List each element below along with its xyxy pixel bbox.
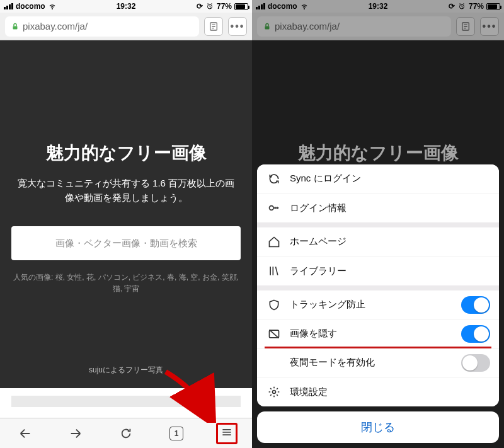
page-actions-button[interactable]: ••• (228, 17, 247, 36)
ios-status-bar: docomo 19:32 ⟳ 77% (0, 0, 252, 13)
sync-icon (267, 172, 281, 186)
forward-button[interactable] (63, 421, 88, 446)
carrier-label: docomo (16, 2, 45, 11)
toggle-night-mode[interactable] (461, 354, 490, 372)
content-strip (0, 388, 252, 407)
menu-library[interactable]: ライブラリー (257, 256, 499, 285)
tab-count: 1 (169, 427, 183, 440)
menu-label: Sync にログイン (290, 173, 361, 185)
home-icon (267, 235, 281, 249)
menu-tracking-protection[interactable]: トラッキング防止 (257, 290, 499, 319)
menu-label: 環境設定 (290, 386, 328, 398)
menu-label: 夜間モードを有効化 (290, 357, 375, 369)
bottom-toolbar: 1 (0, 418, 252, 448)
menu-login-info[interactable]: ログイン情報 (257, 193, 499, 222)
clock-label: 19:32 (117, 2, 136, 11)
svg-point-8 (273, 391, 276, 394)
menu-settings[interactable]: 環境設定 (257, 377, 499, 406)
no-image-icon (267, 327, 281, 341)
gear-icon (267, 385, 281, 399)
popular-tags: 人気の画像: 桜, 女性, 花, パソコン, ビジネス, 春, 海, 空, お金… (11, 272, 241, 294)
menu-label: 画像を隠す (290, 328, 337, 340)
page-subhead: 寛大なコミュニティが共有する 1.6 百万枚以上の画像や動画を発見しましょう。 (11, 176, 241, 205)
back-button[interactable] (13, 421, 38, 446)
menu-label: ホームページ (290, 236, 346, 248)
battery-icon (234, 3, 248, 10)
menu-night-mode[interactable]: 夜間モードを有効化 (257, 348, 499, 377)
toggle-hide-images[interactable] (461, 325, 490, 343)
moon-icon (267, 356, 281, 370)
svg-point-6 (270, 206, 274, 210)
close-label: 閉じる (361, 420, 395, 435)
annotation-highlight (216, 423, 238, 444)
alarm-icon (205, 3, 214, 10)
reload-icon (119, 427, 133, 440)
menu-label: ログイン情報 (290, 202, 346, 214)
reader-mode-button[interactable] (204, 17, 223, 36)
screenshot-right: docomo 19:32 ⟳ 77% pixabay.com/ja/ ••• (252, 0, 504, 448)
tabs-button[interactable]: 1 (164, 421, 189, 446)
menu-hide-images[interactable]: 画像を隠す (257, 319, 499, 348)
hamburger-icon (220, 426, 233, 439)
search-input[interactable]: 画像・ベクター画像・動画を検索 (11, 226, 241, 260)
close-button[interactable]: 閉じる (257, 411, 499, 443)
orientation-lock-icon: ⟳ (197, 2, 203, 11)
signal-icon (4, 3, 13, 9)
reader-icon (209, 21, 219, 32)
page-headline: 魅力的なフリー画像 (46, 141, 207, 165)
url-field[interactable]: pixabay.com/ja/ (5, 16, 199, 37)
reload-button[interactable] (113, 421, 139, 446)
screenshot-left: docomo 19:32 ⟳ 77% pixabay.com/ja/ ••• (0, 0, 252, 448)
menu-panel: Sync にログイン ログイン情報 ホームページ (257, 164, 499, 406)
url-bar: pixabay.com/ja/ ••• (0, 13, 252, 40)
arrow-right-icon (69, 427, 83, 440)
toggle-tracking[interactable] (461, 296, 490, 314)
menu-button[interactable] (214, 421, 239, 446)
menu-sheet: Sync にログイン ログイン情報 ホームページ (257, 164, 499, 443)
lock-icon (11, 22, 19, 31)
battery-pct: 77% (217, 2, 232, 11)
key-icon (267, 201, 281, 215)
library-icon (267, 264, 281, 278)
url-text: pixabay.com/ja/ (23, 21, 88, 32)
svg-rect-1 (13, 26, 18, 29)
page-content: 魅力的なフリー画像 寛大なコミュニティが共有する 1.6 百万枚以上の画像や動画… (0, 40, 252, 407)
menu-label: トラッキング防止 (290, 299, 365, 311)
menu-label: ライブラリー (290, 265, 346, 277)
wifi-icon (48, 3, 57, 10)
shield-icon (267, 298, 281, 312)
arrow-left-icon (18, 427, 32, 440)
ellipsis-icon: ••• (231, 21, 245, 32)
menu-sync-login[interactable]: Sync にログイン (257, 164, 499, 193)
search-placeholder: 画像・ベクター画像・動画を検索 (55, 238, 197, 250)
menu-homepage[interactable]: ホームページ (257, 227, 499, 256)
photo-credit: sujuによるフリー写真 (89, 365, 163, 376)
